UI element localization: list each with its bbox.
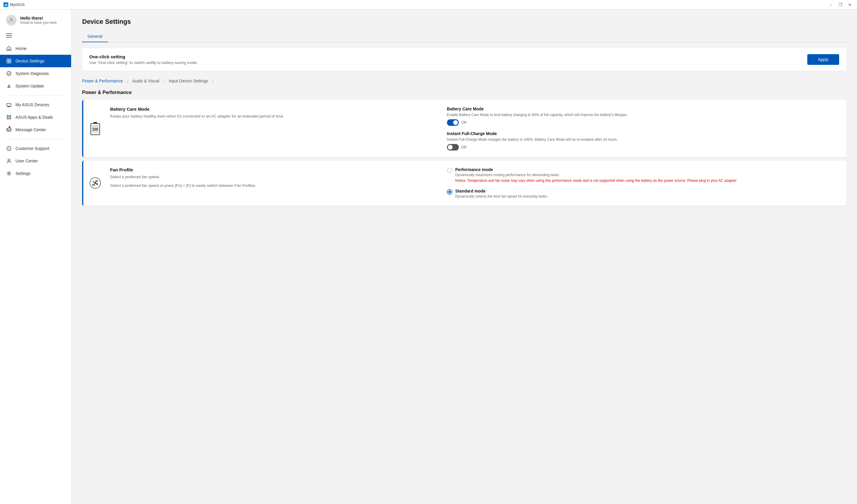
- sidebar-item-user-center[interactable]: User Center: [0, 155, 71, 167]
- sub-nav: Power & Performance | Audio & Visual | I…: [82, 77, 846, 85]
- svg-point-10: [10, 118, 11, 119]
- notification-badge: [8, 126, 11, 128]
- battery-card-left: Battery Care Mode Keeps your battery hea…: [110, 106, 438, 151]
- sub-nav-sep-3: |: [212, 79, 213, 83]
- instant-charge-toggle[interactable]: [447, 144, 459, 151]
- battery-care-toggle-row: Off: [447, 119, 840, 126]
- sidebar-item-system-update[interactable]: System Update: [0, 80, 71, 92]
- svg-point-13: [9, 149, 9, 150]
- battery-icon: 100: [89, 121, 101, 136]
- battery-card: 100 Battery Care Mode Keeps your battery…: [82, 100, 846, 157]
- fan-left-desc2: Select a preferred fan speed or press [F…: [110, 183, 438, 189]
- svg-point-15: [8, 173, 10, 174]
- title-bar: MyASUS − ❐ ✕: [0, 0, 857, 10]
- fan-left-desc1: Select a preferred fan speed.: [110, 174, 438, 180]
- settings-icon: [6, 170, 12, 177]
- user-name: Hello there!: [20, 16, 57, 20]
- avatar: [6, 15, 17, 26]
- performance-mode-option[interactable]: Performance mode Dynamically maximizes c…: [447, 167, 840, 184]
- fan-card: Fan Profile Select a preferred fan speed…: [82, 161, 846, 206]
- svg-point-14: [8, 159, 10, 161]
- user-text: Hello there! Great to have you here: [20, 16, 57, 25]
- battery-care-toggle-section: Battery Care Mode Enable Battery Care Mo…: [447, 106, 840, 126]
- minimize-button[interactable]: −: [827, 1, 835, 8]
- performance-mode-text: Performance mode Dynamically maximizes c…: [455, 167, 737, 184]
- one-click-card: One-click setting Use "One-click setting…: [82, 48, 846, 71]
- battery-card-body: Battery Care Mode Keeps your battery hea…: [107, 100, 846, 157]
- sub-nav-sep-1: |: [127, 79, 128, 83]
- sidebar-item-message-center[interactable]: Message Center: [0, 123, 71, 136]
- svg-rect-6: [7, 103, 11, 106]
- sidebar-item-my-asus-devices-label: My ASUS Devices: [16, 102, 49, 107]
- standard-mode-label: Standard mode: [455, 189, 548, 194]
- battery-care-desc: Enable Battery Care Mode to limit batter…: [447, 113, 840, 118]
- device-settings-icon: [6, 58, 12, 64]
- customer-support-icon: [6, 146, 12, 151]
- fan-icon: [89, 177, 101, 189]
- restore-button[interactable]: ❐: [837, 1, 844, 8]
- standard-radio[interactable]: [447, 189, 452, 195]
- home-icon: [6, 46, 12, 51]
- sidebar-item-customer-support-label: Customer Support: [16, 146, 49, 151]
- battery-care-toggle[interactable]: [447, 119, 459, 126]
- tab-general[interactable]: General: [82, 31, 108, 42]
- battery-care-toggle-label: Off: [461, 120, 466, 125]
- performance-radio[interactable]: [447, 168, 452, 173]
- close-button[interactable]: ✕: [846, 1, 854, 8]
- fan-card-left: Fan Profile Select a preferred fan speed…: [110, 167, 438, 199]
- hamburger-menu[interactable]: [0, 31, 71, 42]
- sidebar-item-my-asus-devices[interactable]: My ASUS Devices: [0, 99, 71, 111]
- svg-point-9: [7, 118, 9, 119]
- instant-charge-toggle-row: Off: [447, 144, 840, 151]
- sidebar-item-system-diagnosis[interactable]: System Diagnosis: [0, 67, 71, 80]
- performance-mode-label: Performance mode: [455, 167, 737, 172]
- sidebar-item-settings[interactable]: Settings: [0, 167, 71, 180]
- instant-charge-slider: [447, 144, 459, 151]
- sidebar-item-home[interactable]: Home: [0, 42, 71, 55]
- fan-left-title: Fan Profile: [110, 167, 438, 172]
- svg-point-21: [94, 182, 96, 184]
- svg-rect-17: [94, 122, 97, 124]
- svg-text:100: 100: [92, 127, 98, 132]
- user-subtitle: Great to have you here: [20, 20, 57, 25]
- sidebar-item-asus-apps-label: ASUS Apps & Deals: [16, 115, 53, 120]
- sidebar-item-customer-support[interactable]: Customer Support: [0, 142, 71, 155]
- title-bar-left: MyASUS: [3, 2, 25, 7]
- sub-nav-power[interactable]: Power & Performance: [82, 77, 123, 85]
- apply-button[interactable]: Apply: [807, 54, 839, 65]
- sub-nav-input[interactable]: Input Device Settings: [169, 77, 208, 85]
- system-update-icon: [6, 83, 12, 89]
- standard-mode-option[interactable]: Standard mode Dynamically selects the be…: [447, 189, 840, 199]
- sidebar-item-device-settings-label: Device Settings: [16, 58, 44, 63]
- battery-care-name: Battery Care Mode: [447, 106, 840, 111]
- performance-mode-warn: Notice: Temperature and fan noise may va…: [455, 178, 737, 183]
- standard-mode-desc: Dynamically selects the best fan speed f…: [455, 194, 548, 199]
- app-logo: [3, 2, 8, 7]
- instant-charge-toggle-section: Instant Full-Charge Mode Instant Full-Ch…: [447, 131, 840, 151]
- sub-nav-audio[interactable]: Audio & Visual: [132, 77, 159, 85]
- sidebar-divider-1: [6, 95, 65, 96]
- one-click-desc: Use "One-click setting" to switch swiftl…: [89, 61, 198, 65]
- fan-card-body: Fan Profile Select a preferred fan speed…: [107, 161, 846, 206]
- sub-nav-sep-2: |: [163, 79, 165, 83]
- section-title: Power & Performance: [82, 90, 846, 95]
- page-title: Device Settings: [82, 18, 846, 26]
- user-profile: Hello there! Great to have you here: [0, 10, 71, 31]
- sidebar-nav: Home Device Settings Syste: [0, 42, 71, 504]
- my-asus-devices-icon: [6, 102, 12, 108]
- user-center-icon: [6, 158, 12, 164]
- sidebar-item-message-center-label: Message Center: [16, 127, 46, 132]
- sidebar-item-system-diagnosis-label: System Diagnosis: [16, 71, 49, 76]
- asus-apps-icon: [6, 114, 12, 120]
- fan-icon-area: [83, 161, 107, 206]
- sidebar-item-settings-label: Settings: [16, 171, 31, 176]
- svg-point-8: [10, 115, 11, 117]
- sidebar-item-device-settings[interactable]: Device Settings: [0, 55, 71, 67]
- svg-rect-1: [7, 59, 9, 61]
- instant-charge-toggle-label: Off: [461, 145, 466, 149]
- battery-icon-area: 100: [83, 100, 107, 157]
- svg-rect-3: [7, 61, 9, 63]
- window-controls: − ❐ ✕: [827, 1, 854, 8]
- sidebar-item-asus-apps[interactable]: ASUS Apps & Deals: [0, 111, 71, 123]
- performance-mode-desc: Dynamically maximizes cooling performanc…: [455, 172, 737, 178]
